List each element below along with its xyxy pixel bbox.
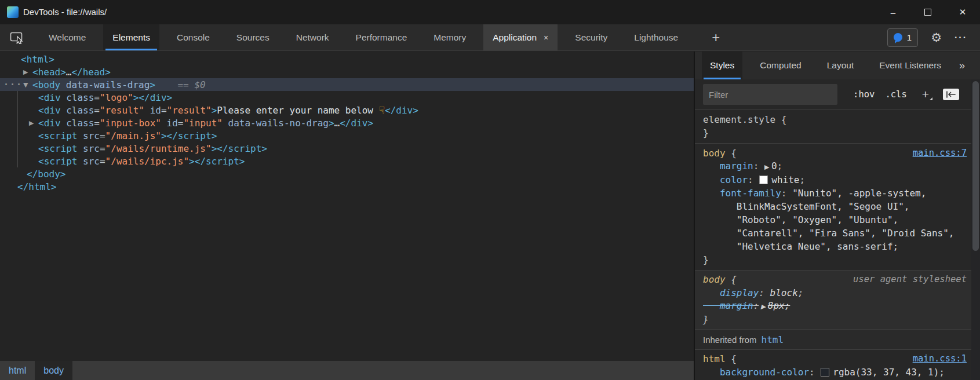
tab-event-listeners[interactable]: Event Listeners bbox=[871, 52, 949, 79]
color-swatch[interactable] bbox=[759, 176, 768, 184]
css-declaration-line[interactable]: BlinkMacSystemFont, "Segoe UI", bbox=[703, 200, 971, 213]
code-token: ; bbox=[798, 287, 804, 298]
toggle-hover-state-button[interactable]: :hov bbox=[853, 89, 875, 100]
css-code: "Roboto", "Oxygen", "Ubuntu", bbox=[703, 213, 898, 226]
tab-elements[interactable]: Elements bbox=[103, 24, 159, 50]
expand-arrow-icon[interactable]: ▶ bbox=[23, 68, 32, 76]
css-declaration-line[interactable]: "Cantarell", "Fira Sans", "Droid Sans", bbox=[703, 226, 971, 240]
close-button[interactable]: ✕ bbox=[945, 0, 980, 24]
devtools-app-icon bbox=[7, 6, 19, 18]
tab-network[interactable]: Network bbox=[287, 24, 338, 50]
tab-overflow-button[interactable]: » bbox=[959, 52, 965, 79]
inspect-element-button[interactable] bbox=[7, 24, 28, 50]
css-declaration-line[interactable]: font-family: "Nunito", -apple-system, bbox=[703, 187, 971, 200]
breadcrumb-html[interactable]: html bbox=[0, 361, 35, 380]
expand-arrow-icon[interactable]: ▶ bbox=[29, 119, 38, 127]
tab-lighthouse[interactable]: Lighthouse bbox=[625, 24, 687, 50]
tab-close-icon[interactable]: × bbox=[544, 33, 548, 42]
css-declaration-line[interactable]: "Helvetica Neue", sans-serif; bbox=[703, 240, 971, 253]
code-token: "/wails/ipc.js" bbox=[105, 156, 190, 167]
styles-scrollbar[interactable] bbox=[971, 79, 980, 380]
code-token: : bbox=[748, 174, 759, 185]
dom-tree-row[interactable]: ···▼<body data-wails-drag> == $0 bbox=[0, 78, 694, 91]
add-tab-button[interactable]: + bbox=[712, 24, 720, 50]
toggle-element-classes-button[interactable]: .cls bbox=[885, 89, 906, 100]
dom-tree-row[interactable]: </body> bbox=[0, 167, 694, 180]
styles-filter-input[interactable] bbox=[703, 84, 837, 105]
tab-welcome[interactable]: Welcome bbox=[39, 24, 95, 50]
code-token: = bbox=[94, 118, 100, 129]
css-declaration-line[interactable]: element.style { bbox=[703, 113, 971, 126]
style-rule-html-maincss: html {main.css:1 background-color: rgba(… bbox=[695, 350, 971, 380]
inherited-node-link[interactable]: html bbox=[762, 334, 784, 345]
code-token: : bbox=[753, 300, 759, 311]
dom-tree-row[interactable]: </html> bbox=[0, 180, 694, 193]
css-declaration-line[interactable]: margin: ▶ 0; bbox=[703, 160, 971, 173]
maximize-icon bbox=[924, 9, 931, 16]
issues-counter-button[interactable]: 1 bbox=[887, 28, 918, 47]
tab-computed[interactable]: Computed bbox=[752, 52, 810, 79]
dom-tree-row[interactable]: ▶<head>…</head> bbox=[0, 65, 694, 78]
stylesheet-source-link[interactable]: main.css:1 bbox=[913, 352, 967, 366]
css-declaration-line[interactable]: } bbox=[703, 253, 971, 266]
dom-node-code: <script src="/main.js"></script> bbox=[38, 130, 217, 141]
tab-label: Sources bbox=[236, 32, 269, 43]
css-declaration-line[interactable]: } bbox=[703, 313, 971, 326]
dom-tree-row[interactable]: <div class="result" id="result">Please e… bbox=[0, 104, 694, 116]
css-declaration-line[interactable]: body {user agent stylesheet bbox=[703, 273, 971, 286]
tab-security[interactable]: Security bbox=[566, 24, 617, 50]
tab-styles[interactable]: Styles bbox=[702, 52, 742, 79]
code-token: src bbox=[77, 143, 100, 154]
minimize-button[interactable]: – bbox=[876, 0, 910, 24]
code-token: ></script> bbox=[161, 130, 217, 141]
code-token: </html> bbox=[17, 181, 56, 192]
color-swatch[interactable] bbox=[821, 368, 829, 377]
styles-tab-bar: Styles Computed Layout Event Listeners » bbox=[695, 52, 980, 79]
toolbar-right-actions: 1 ⚙ ··· bbox=[887, 24, 967, 50]
tab-label: Lighthouse bbox=[634, 32, 678, 43]
dom-tree-row[interactable]: <script src="/wails/ipc.js"></script> bbox=[0, 155, 694, 167]
tab-memory[interactable]: Memory bbox=[424, 24, 475, 50]
new-style-rule-button[interactable]: + bbox=[922, 87, 929, 101]
maximize-button[interactable] bbox=[910, 0, 945, 24]
tab-application[interactable]: Application × bbox=[483, 24, 558, 50]
css-declaration-line[interactable]: "Roboto", "Oxygen", "Ubuntu", bbox=[703, 213, 971, 226]
code-token: = bbox=[100, 143, 105, 154]
settings-button[interactable]: ⚙ bbox=[931, 31, 942, 45]
dom-tree-row[interactable]: <script src="/main.js"></script> bbox=[0, 129, 694, 142]
code-token: <div bbox=[38, 92, 61, 103]
css-declaration-line[interactable]: html {main.css:1 bbox=[703, 352, 971, 366]
css-declaration-line[interactable]: background-color: rgba(33, 37, 43, 1); bbox=[703, 366, 971, 379]
dom-tree-row[interactable]: <html> bbox=[0, 53, 694, 65]
dom-tree-row[interactable]: <div class="logo"></div> bbox=[0, 91, 694, 104]
more-options-button[interactable]: ··· bbox=[955, 32, 967, 43]
css-declaration-line[interactable]: margin: ▶ 8px; bbox=[703, 299, 971, 313]
dom-tree-row[interactable]: ▶<div class="input-box" id="input" data-… bbox=[0, 116, 694, 129]
dom-tree-row[interactable]: <script src="/wails/runtime.js"></script… bbox=[0, 142, 694, 155]
tab-sources[interactable]: Sources bbox=[227, 24, 279, 50]
css-declaration-line[interactable]: body {main.css:7 bbox=[703, 147, 971, 160]
css-declaration-line[interactable]: } bbox=[703, 126, 971, 140]
breadcrumb-body[interactable]: body bbox=[35, 361, 72, 380]
tab-console[interactable]: Console bbox=[167, 24, 219, 50]
css-declaration-line[interactable]: color: white; bbox=[703, 173, 971, 187]
code-token: : bbox=[809, 367, 820, 378]
code-token: class bbox=[61, 92, 94, 103]
tab-performance[interactable]: Performance bbox=[347, 24, 417, 50]
stylesheet-source-link[interactable]: main.css:7 bbox=[913, 147, 967, 160]
code-token: body bbox=[703, 148, 726, 159]
user-agent-stylesheet-label: user agent stylesheet bbox=[853, 273, 967, 286]
tab-label: Performance bbox=[356, 32, 407, 43]
dock-sidebar-toggle-button[interactable] bbox=[943, 89, 959, 100]
expand-arrow-icon[interactable]: ▼ bbox=[23, 81, 32, 89]
style-rule-element-inline: element.style {} bbox=[695, 110, 971, 144]
code-token: { bbox=[726, 353, 737, 364]
code-token: { bbox=[726, 274, 737, 285]
code-token: > bbox=[150, 79, 155, 90]
styles-rules-list: element.style {} body {main.css:7 margin… bbox=[695, 110, 971, 380]
code-token: src bbox=[77, 130, 100, 141]
scrollbar-thumb[interactable] bbox=[972, 81, 979, 251]
css-declaration-line[interactable]: display: block; bbox=[703, 286, 971, 299]
more-actions-icon[interactable]: ··· bbox=[3, 79, 23, 90]
tab-layout[interactable]: Layout bbox=[819, 52, 862, 79]
